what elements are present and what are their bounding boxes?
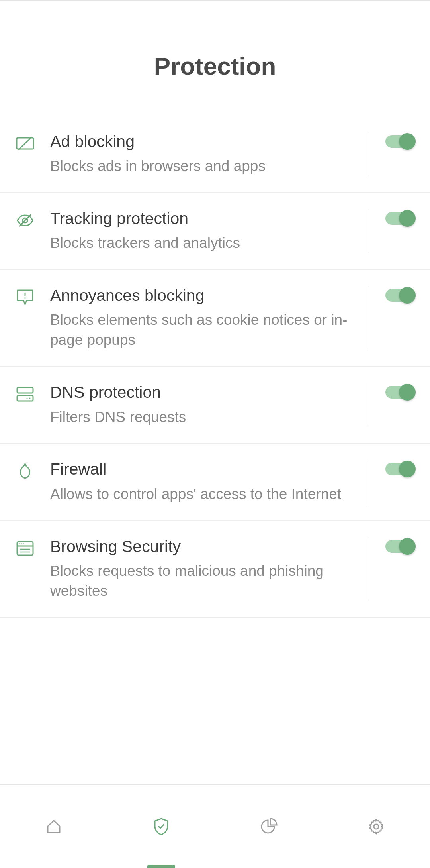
- toggle-dns[interactable]: [385, 386, 414, 399]
- adblock-icon: [16, 134, 34, 153]
- item-description: Blocks requests to malicious and phishin…: [50, 561, 357, 601]
- item-title: Ad blocking: [50, 132, 357, 151]
- svg-line-1: [18, 137, 32, 150]
- svg-point-12: [19, 543, 20, 544]
- list-item-annoyances[interactable]: Annoyances blocking Blocks elements such…: [0, 270, 430, 367]
- shield-check-icon: [152, 817, 170, 836]
- svg-point-8: [29, 398, 31, 399]
- svg-point-5: [24, 297, 26, 299]
- item-content: Ad blocking Blocks ads in browsers and a…: [50, 132, 369, 176]
- pie-chart-icon: [260, 817, 278, 836]
- eye-slash-icon: [16, 211, 34, 230]
- toggle-thumb: [399, 210, 416, 227]
- svg-point-14: [23, 543, 24, 544]
- bottom-navigation: [0, 784, 430, 868]
- toggle-ad-blocking[interactable]: [385, 135, 414, 148]
- annoyance-icon: [16, 288, 34, 306]
- item-content: DNS protection Filters DNS requests: [50, 383, 369, 427]
- svg-point-9: [27, 398, 28, 399]
- gear-icon: [367, 817, 385, 836]
- toggle-tracking[interactable]: [385, 212, 414, 225]
- toggle-annoyances[interactable]: [385, 289, 414, 302]
- divider: [369, 383, 369, 427]
- toggle-thumb: [399, 461, 416, 477]
- item-title: Browsing Security: [50, 537, 357, 556]
- nav-settings[interactable]: [322, 785, 430, 868]
- item-description: Blocks elements such as cookie notices o…: [50, 310, 357, 350]
- list-item-browsing-security[interactable]: Browsing Security Blocks requests to mal…: [0, 521, 430, 618]
- toggle-thumb: [399, 538, 416, 555]
- svg-point-13: [21, 543, 22, 544]
- toggle-thumb: [399, 384, 416, 401]
- nav-protection[interactable]: [108, 785, 215, 868]
- divider: [369, 460, 369, 504]
- nav-home[interactable]: [0, 785, 108, 868]
- divider: [369, 537, 369, 601]
- divider: [369, 132, 369, 176]
- home-icon: [45, 817, 63, 836]
- toggle-thumb: [399, 287, 416, 304]
- item-content: Annoyances blocking Blocks elements such…: [50, 286, 369, 350]
- item-description: Filters DNS requests: [50, 407, 357, 427]
- list-item-ad-blocking[interactable]: Ad blocking Blocks ads in browsers and a…: [0, 116, 430, 193]
- list-item-tracking[interactable]: Tracking protection Blocks trackers and …: [0, 193, 430, 270]
- protection-list: Ad blocking Blocks ads in browsers and a…: [0, 116, 430, 618]
- item-title: DNS protection: [50, 383, 357, 402]
- browser-icon: [16, 539, 34, 558]
- nav-stats[interactable]: [215, 785, 322, 868]
- item-title: Firewall: [50, 460, 357, 479]
- page-header: Protection: [0, 1, 430, 116]
- item-description: Blocks ads in browsers and apps: [50, 156, 357, 176]
- firewall-icon: [16, 462, 34, 480]
- divider: [369, 209, 369, 253]
- item-content: Tracking protection Blocks trackers and …: [50, 209, 369, 253]
- svg-point-17: [374, 824, 379, 829]
- dns-icon: [16, 385, 34, 403]
- list-item-dns[interactable]: DNS protection Filters DNS requests: [0, 367, 430, 444]
- item-title: Tracking protection: [50, 209, 357, 228]
- toggle-thumb: [399, 133, 416, 150]
- item-content: Browsing Security Blocks requests to mal…: [50, 537, 369, 601]
- item-description: Blocks trackers and analytics: [50, 233, 357, 253]
- page-title: Protection: [0, 52, 430, 80]
- item-description: Allows to control apps' access to the In…: [50, 484, 357, 504]
- item-content: Firewall Allows to control apps' access …: [50, 460, 369, 504]
- item-title: Annoyances blocking: [50, 286, 357, 305]
- toggle-firewall[interactable]: [385, 463, 414, 475]
- nav-indicator: [147, 865, 175, 868]
- svg-rect-6: [17, 387, 33, 393]
- svg-rect-7: [17, 395, 33, 401]
- list-item-firewall[interactable]: Firewall Allows to control apps' access …: [0, 444, 430, 520]
- toggle-browsing-security[interactable]: [385, 540, 414, 553]
- divider: [369, 286, 369, 350]
